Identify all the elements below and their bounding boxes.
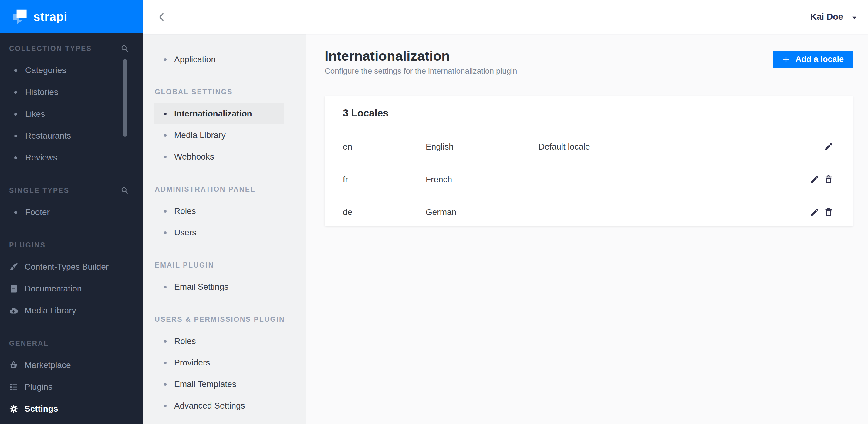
subnav-item-up-roles[interactable]: Roles (154, 331, 284, 352)
subnav-section-administration-panel: ADMINISTRATION PANEL (143, 178, 306, 200)
bullet-icon (14, 91, 17, 94)
sidebar-item-reviews[interactable]: Reviews (0, 147, 143, 169)
brand-name: strapi (33, 10, 67, 24)
subnav-item-internationalization[interactable]: Internationalization (154, 103, 284, 124)
bullet-icon (164, 361, 166, 364)
bullet-icon (14, 113, 17, 116)
strapi-logo-mark (13, 9, 27, 24)
bullet-icon (14, 211, 17, 214)
bullet-icon (164, 58, 166, 61)
locales-count-title: 3 Locales (324, 96, 853, 120)
sidebar-item-documentation[interactable]: Documentation (0, 278, 143, 300)
topbar: Kai Doe (143, 0, 868, 34)
subnav-section-users-permissions-plugin: USERS & PERMISSIONS PLUGIN (143, 308, 306, 330)
subnav-item-advanced-settings[interactable]: Advanced Settings (154, 395, 284, 416)
bullet-icon (14, 69, 17, 72)
sidebar-item-media-library[interactable]: Media Library (0, 300, 143, 322)
locale-code: en (343, 142, 426, 152)
locale-code: de (343, 207, 426, 217)
default-locale-badge: Default locale (538, 142, 810, 152)
bullet-icon (164, 156, 166, 158)
sidebar-item-restaurants[interactable]: Restaurants (0, 125, 143, 147)
plus-icon (782, 56, 790, 63)
edit-locale-button[interactable] (810, 175, 819, 184)
page-title: Internationalization (324, 48, 517, 64)
subnav-item-webhooks[interactable]: Webhooks (154, 146, 284, 167)
pencil-icon (810, 175, 819, 184)
edit-locale-button[interactable] (810, 208, 819, 217)
basket-icon (9, 361, 18, 370)
table-row-de: de German (324, 196, 853, 229)
bullet-icon (164, 134, 166, 137)
sidebar-item-marketplace[interactable]: Marketplace (0, 354, 143, 376)
sidebar-item-likes[interactable]: Likes (0, 103, 143, 125)
bullet-icon (164, 383, 166, 386)
pencil-icon (810, 208, 819, 217)
main-sidebar: strapi COLLECTION TYPES Categories Histo… (0, 0, 143, 424)
locale-code: fr (343, 175, 426, 185)
sidebar-item-footer[interactable]: Footer (0, 201, 143, 223)
table-row-fr: fr French (324, 163, 853, 196)
subnav-section-global-settings: GLOBAL SETTINGS (143, 81, 306, 103)
chevron-left-icon (157, 12, 167, 22)
subnav-section-email-plugin: EMAIL PLUGIN (143, 254, 306, 276)
subnav-item-media-library[interactable]: Media Library (154, 125, 284, 146)
trash-icon (824, 208, 833, 217)
locales-table: en English Default locale fr Frenc (324, 130, 853, 229)
sidebar-section-general: GENERAL (0, 332, 143, 354)
back-button[interactable] (143, 0, 181, 34)
locales-card: 3 Locales en English Default locale (324, 96, 853, 226)
bullet-icon (164, 112, 166, 115)
trash-icon (824, 175, 833, 184)
user-name: Kai Doe (810, 12, 843, 22)
add-locale-button[interactable]: Add a locale (773, 51, 853, 68)
sidebar-item-categories[interactable]: Categories (0, 60, 143, 81)
book-icon (9, 284, 18, 293)
user-menu[interactable]: Kai Doe (810, 12, 868, 22)
bullet-icon (164, 210, 166, 213)
delete-locale-button[interactable] (824, 175, 833, 184)
paintbrush-icon (9, 262, 18, 271)
sidebar-item-histories[interactable]: Histories (0, 81, 143, 103)
sidebar-scrollbar-thumb[interactable] (123, 59, 127, 137)
subnav-item-email-templates[interactable]: Email Templates (154, 374, 284, 395)
subnav-item-email-settings[interactable]: Email Settings (154, 276, 284, 297)
sidebar-item-settings[interactable]: Settings (0, 398, 143, 420)
gear-icon (9, 404, 18, 413)
subnav-item-admin-roles[interactable]: Roles (154, 200, 284, 222)
locale-name: German (426, 207, 538, 217)
cloud-upload-icon (9, 306, 18, 315)
sidebar-section-single-types: SINGLE TYPES (0, 180, 143, 201)
subnav-item-admin-users[interactable]: Users (154, 222, 284, 243)
bullet-icon (14, 157, 17, 159)
sidebar-item-content-types-builder[interactable]: Content-Types Builder (0, 256, 143, 278)
bullet-icon (164, 286, 166, 288)
search-icon[interactable] (121, 187, 129, 194)
subnav-item-providers[interactable]: Providers (154, 352, 284, 373)
sidebar-section-plugins: PLUGINS (0, 234, 143, 256)
search-icon[interactable] (121, 44, 129, 53)
bullet-icon (14, 135, 17, 137)
settings-subnav: Application GLOBAL SETTINGS Internationa… (143, 34, 306, 424)
sidebar-section-collection-types: COLLECTION TYPES (0, 38, 143, 60)
table-row-en: en English Default locale (324, 130, 853, 163)
locale-name: French (426, 175, 538, 185)
strapi-logo[interactable]: strapi (0, 0, 143, 33)
bullet-icon (164, 404, 166, 407)
sidebar-item-plugins[interactable]: Plugins (0, 376, 143, 398)
strapi-admin-app: strapi COLLECTION TYPES Categories Histo… (0, 0, 868, 424)
page-subtitle: Configure the settings for the internati… (324, 66, 517, 76)
main-content: Internationalization Configure the setti… (306, 34, 868, 424)
list-icon (9, 383, 18, 392)
delete-locale-button[interactable] (824, 208, 833, 217)
pencil-icon (824, 142, 833, 151)
sidebar-nav: COLLECTION TYPES Categories Histories Li… (0, 33, 143, 420)
subnav-item-application[interactable]: Application (154, 49, 284, 70)
edit-locale-button[interactable] (824, 142, 833, 151)
bullet-icon (164, 340, 166, 343)
locale-name: English (426, 142, 538, 152)
caret-down-icon (851, 14, 858, 21)
bullet-icon (164, 231, 166, 234)
